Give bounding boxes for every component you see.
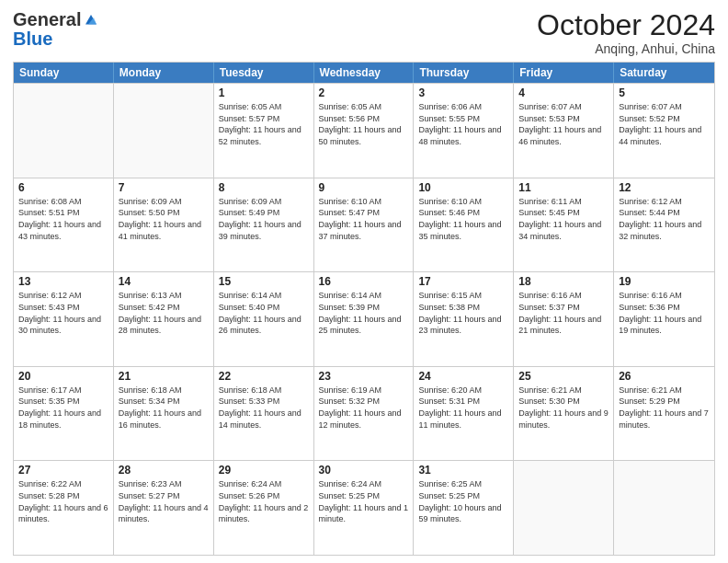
header-saturday: Saturday (614, 63, 714, 83)
day-number: 10 (418, 181, 508, 194)
week-1: 1Sunrise: 6:05 AM Sunset: 5:57 PM Daylig… (14, 83, 714, 178)
day-number: 30 (319, 464, 409, 477)
day-number: 29 (219, 464, 309, 477)
day-info: Sunrise: 6:16 AM Sunset: 5:36 PM Dayligh… (619, 290, 710, 336)
day-number: 9 (319, 181, 409, 194)
day-info: Sunrise: 6:14 AM Sunset: 5:39 PM Dayligh… (319, 290, 409, 336)
cell-w5-d7 (614, 461, 714, 555)
cell-w4-d3: 22Sunrise: 6:18 AM Sunset: 5:33 PM Dayli… (214, 367, 314, 461)
cell-w1-d2 (114, 84, 214, 178)
cell-w3-d4: 16Sunrise: 6:14 AM Sunset: 5:39 PM Dayli… (314, 272, 415, 366)
day-number: 16 (319, 275, 409, 288)
cell-w4-d1: 20Sunrise: 6:17 AM Sunset: 5:35 PM Dayli… (14, 367, 114, 461)
day-number: 11 (518, 181, 609, 194)
cell-w4-d5: 24Sunrise: 6:20 AM Sunset: 5:31 PM Dayli… (414, 367, 514, 461)
day-number: 3 (418, 86, 508, 99)
header-sunday: Sunday (14, 63, 114, 83)
header-friday: Friday (514, 63, 614, 83)
day-info: Sunrise: 6:05 AM Sunset: 5:57 PM Dayligh… (219, 101, 309, 147)
cell-w1-d6: 4Sunrise: 6:07 AM Sunset: 5:53 PM Daylig… (514, 84, 614, 178)
header-wednesday: Wednesday (314, 63, 415, 83)
day-info: Sunrise: 6:21 AM Sunset: 5:30 PM Dayligh… (518, 385, 609, 431)
day-number: 31 (418, 464, 508, 477)
cell-w3-d2: 14Sunrise: 6:13 AM Sunset: 5:42 PM Dayli… (114, 272, 214, 366)
logo: General Blue (13, 9, 99, 50)
cell-w2-d2: 7Sunrise: 6:09 AM Sunset: 5:50 PM Daylig… (114, 178, 214, 272)
cell-w4-d4: 23Sunrise: 6:19 AM Sunset: 5:32 PM Dayli… (314, 367, 415, 461)
day-info: Sunrise: 6:16 AM Sunset: 5:37 PM Dayligh… (518, 290, 609, 336)
day-info: Sunrise: 6:25 AM Sunset: 5:25 PM Dayligh… (418, 478, 508, 524)
day-info: Sunrise: 6:17 AM Sunset: 5:35 PM Dayligh… (18, 385, 108, 431)
day-info: Sunrise: 6:13 AM Sunset: 5:42 PM Dayligh… (119, 290, 209, 336)
cell-w1-d7: 5Sunrise: 6:07 AM Sunset: 5:52 PM Daylig… (614, 84, 714, 178)
cell-w4-d2: 21Sunrise: 6:18 AM Sunset: 5:34 PM Dayli… (114, 367, 214, 461)
day-info: Sunrise: 6:06 AM Sunset: 5:55 PM Dayligh… (418, 101, 508, 147)
day-number: 4 (518, 86, 609, 99)
day-info: Sunrise: 6:11 AM Sunset: 5:45 PM Dayligh… (518, 196, 609, 242)
day-info: Sunrise: 6:24 AM Sunset: 5:26 PM Dayligh… (219, 478, 309, 524)
header-monday: Monday (114, 63, 214, 83)
week-4: 20Sunrise: 6:17 AM Sunset: 5:35 PM Dayli… (14, 366, 714, 461)
day-number: 13 (18, 275, 108, 288)
day-info: Sunrise: 6:10 AM Sunset: 5:46 PM Dayligh… (418, 196, 508, 242)
cell-w2-d3: 8Sunrise: 6:09 AM Sunset: 5:49 PM Daylig… (214, 178, 314, 272)
calendar-body: 1Sunrise: 6:05 AM Sunset: 5:57 PM Daylig… (14, 83, 714, 555)
day-info: Sunrise: 6:12 AM Sunset: 5:43 PM Dayligh… (18, 290, 108, 336)
day-info: Sunrise: 6:05 AM Sunset: 5:56 PM Dayligh… (319, 101, 409, 147)
cell-w5-d4: 30Sunrise: 6:24 AM Sunset: 5:25 PM Dayli… (314, 461, 415, 555)
cell-w5-d6 (514, 461, 614, 555)
day-number: 23 (319, 370, 409, 383)
logo-icon (83, 12, 99, 29)
cell-w1-d4: 2Sunrise: 6:05 AM Sunset: 5:56 PM Daylig… (314, 84, 415, 178)
day-number: 2 (319, 86, 409, 99)
cell-w2-d4: 9Sunrise: 6:10 AM Sunset: 5:47 PM Daylig… (314, 178, 415, 272)
cell-w5-d5: 31Sunrise: 6:25 AM Sunset: 5:25 PM Dayli… (414, 461, 514, 555)
day-info: Sunrise: 6:09 AM Sunset: 5:49 PM Dayligh… (219, 196, 309, 242)
day-info: Sunrise: 6:23 AM Sunset: 5:27 PM Dayligh… (119, 478, 209, 524)
header-tuesday: Tuesday (214, 63, 314, 83)
calendar-header: Sunday Monday Tuesday Wednesday Thursday… (14, 63, 714, 83)
cell-w5-d2: 28Sunrise: 6:23 AM Sunset: 5:27 PM Dayli… (114, 461, 214, 555)
day-number: 20 (18, 370, 108, 383)
day-info: Sunrise: 6:19 AM Sunset: 5:32 PM Dayligh… (319, 385, 409, 431)
cell-w1-d1 (14, 84, 114, 178)
day-info: Sunrise: 6:09 AM Sunset: 5:50 PM Dayligh… (119, 196, 209, 242)
day-info: Sunrise: 6:22 AM Sunset: 5:28 PM Dayligh… (18, 478, 108, 524)
day-number: 25 (518, 370, 609, 383)
header-thursday: Thursday (414, 63, 514, 83)
day-number: 12 (619, 181, 710, 194)
day-number: 5 (619, 86, 710, 99)
month-title: October 2024 (537, 9, 715, 41)
day-info: Sunrise: 6:20 AM Sunset: 5:31 PM Dayligh… (418, 385, 508, 431)
calendar: Sunday Monday Tuesday Wednesday Thursday… (13, 62, 715, 556)
cell-w3-d6: 18Sunrise: 6:16 AM Sunset: 5:37 PM Dayli… (514, 272, 614, 366)
cell-w2-d7: 12Sunrise: 6:12 AM Sunset: 5:44 PM Dayli… (614, 178, 714, 272)
day-info: Sunrise: 6:10 AM Sunset: 5:47 PM Dayligh… (319, 196, 409, 242)
logo-general-text: General (13, 9, 81, 30)
cell-w5-d1: 27Sunrise: 6:22 AM Sunset: 5:28 PM Dayli… (14, 461, 114, 555)
subtitle: Anqing, Anhui, China (537, 41, 715, 56)
week-5: 27Sunrise: 6:22 AM Sunset: 5:28 PM Dayli… (14, 460, 714, 555)
day-number: 15 (219, 275, 309, 288)
day-number: 27 (18, 464, 108, 477)
logo-blue-text: Blue (13, 29, 52, 49)
day-number: 7 (119, 181, 209, 194)
cell-w5-d3: 29Sunrise: 6:24 AM Sunset: 5:26 PM Dayli… (214, 461, 314, 555)
cell-w3-d5: 17Sunrise: 6:15 AM Sunset: 5:38 PM Dayli… (414, 272, 514, 366)
cell-w2-d6: 11Sunrise: 6:11 AM Sunset: 5:45 PM Dayli… (514, 178, 614, 272)
cell-w2-d5: 10Sunrise: 6:10 AM Sunset: 5:46 PM Dayli… (414, 178, 514, 272)
week-3: 13Sunrise: 6:12 AM Sunset: 5:43 PM Dayli… (14, 271, 714, 366)
cell-w4-d6: 25Sunrise: 6:21 AM Sunset: 5:30 PM Dayli… (514, 367, 614, 461)
cell-w1-d5: 3Sunrise: 6:06 AM Sunset: 5:55 PM Daylig… (414, 84, 514, 178)
day-number: 26 (619, 370, 710, 383)
day-number: 8 (219, 181, 309, 194)
title-block: October 2024 Anqing, Anhui, China (537, 9, 715, 56)
day-number: 14 (119, 275, 209, 288)
day-info: Sunrise: 6:15 AM Sunset: 5:38 PM Dayligh… (418, 290, 508, 336)
cell-w3-d3: 15Sunrise: 6:14 AM Sunset: 5:40 PM Dayli… (214, 272, 314, 366)
day-number: 17 (418, 275, 508, 288)
day-number: 19 (619, 275, 710, 288)
cell-w2-d1: 6Sunrise: 6:08 AM Sunset: 5:51 PM Daylig… (14, 178, 114, 272)
day-info: Sunrise: 6:07 AM Sunset: 5:53 PM Dayligh… (518, 101, 609, 147)
header: General Blue October 2024 Anqing, Anhui,… (13, 9, 715, 56)
